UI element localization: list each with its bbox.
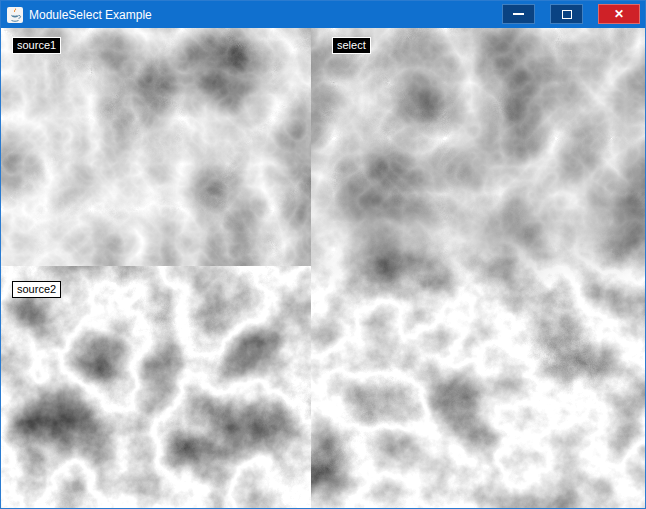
- java-app-icon: [7, 7, 23, 23]
- label-source2: source2: [12, 281, 61, 298]
- maximize-button[interactable]: [550, 4, 583, 24]
- minimize-button[interactable]: [502, 4, 535, 24]
- label-select: select: [332, 37, 371, 54]
- label-source1: source1: [12, 37, 61, 54]
- minimize-icon: [513, 13, 524, 15]
- noise-texture-image: [1, 28, 645, 508]
- window-title: ModuleSelect Example: [29, 8, 152, 22]
- maximize-icon: [562, 10, 572, 19]
- app-window: ModuleSelect Example ✕: [0, 0, 646, 509]
- close-button[interactable]: ✕: [598, 4, 640, 24]
- close-icon: ✕: [614, 8, 624, 20]
- titlebar[interactable]: ModuleSelect Example ✕: [1, 1, 645, 28]
- noise-canvas: source1 select source2: [1, 28, 645, 508]
- window-controls: ✕: [502, 4, 640, 24]
